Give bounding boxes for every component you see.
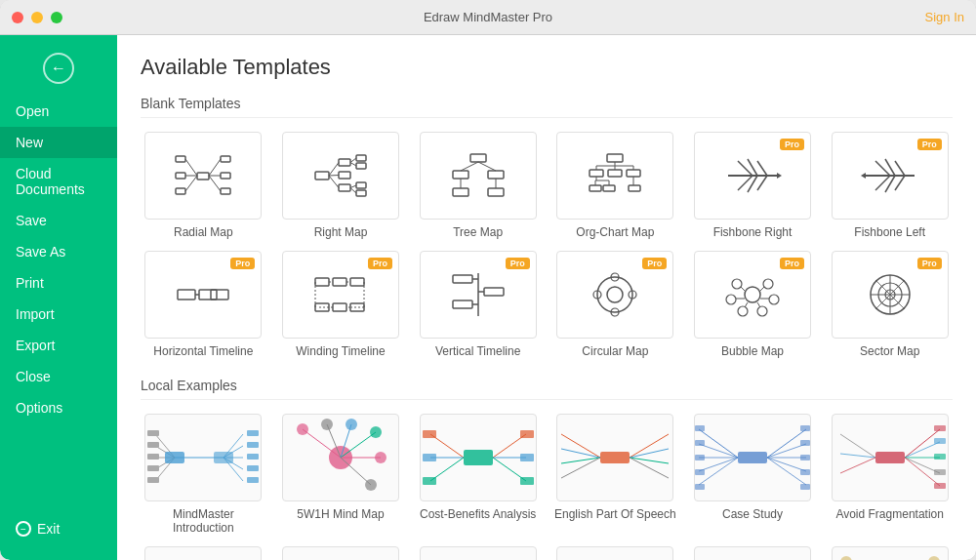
template-example-10[interactable] <box>552 546 678 560</box>
svg-point-98 <box>738 306 748 316</box>
svg-rect-125 <box>214 452 233 463</box>
example11-thumbnail <box>695 547 810 560</box>
template-right-map[interactable]: Right Map <box>278 132 404 239</box>
sidebar-item-options[interactable]: Options <box>0 392 117 423</box>
template-mindmaster-intro[interactable]: MindMaster Introduction <box>141 414 266 535</box>
svg-rect-183 <box>695 440 705 446</box>
sidebar-item-open[interactable]: Open <box>0 96 117 127</box>
template-fishbone-left[interactable]: Pro Fishbone Left <box>827 132 953 239</box>
main-area: ← Open New Cloud Documents Save Save As … <box>0 35 976 560</box>
english-pos-label: English Part Of Speech <box>554 507 676 521</box>
fishbone-right-icon <box>723 151 782 200</box>
sector-map-label: Sector Map <box>860 344 919 358</box>
svg-rect-5 <box>221 173 230 179</box>
sidebar-item-cloud[interactable]: Cloud Documents <box>0 158 117 205</box>
svg-line-57 <box>757 161 767 176</box>
svg-rect-76 <box>350 278 364 286</box>
sidebar-item-export[interactable]: Export <box>0 330 117 361</box>
svg-rect-19 <box>356 182 366 188</box>
svg-rect-79 <box>350 303 364 311</box>
svg-line-68 <box>895 176 905 190</box>
5w1h-thumbnail <box>283 415 398 500</box>
pro-badge-sector: Pro <box>917 258 942 269</box>
svg-rect-72 <box>211 290 228 300</box>
sidebar-item-save[interactable]: Save <box>0 205 117 236</box>
svg-rect-130 <box>147 477 159 483</box>
svg-point-95 <box>763 279 773 289</box>
minimize-button[interactable] <box>31 12 43 23</box>
template-winding-timeline[interactable]: Pro Winding Timeline <box>278 251 404 358</box>
fishbone-right-label: Fishbone Right <box>713 225 793 239</box>
template-radial-map[interactable]: Radial Map <box>141 132 266 239</box>
svg-line-164 <box>561 449 600 458</box>
template-circular-map[interactable]: Pro Circular Map <box>552 251 678 358</box>
template-vertical-timeline[interactable]: Pro Vertical Timeline <box>415 251 541 358</box>
exit-button[interactable]: − Exit <box>0 513 117 544</box>
svg-line-60 <box>757 176 767 190</box>
pro-badge-htimeline: Pro <box>230 258 255 269</box>
svg-rect-13 <box>315 172 329 180</box>
template-example-8[interactable] <box>278 546 404 560</box>
svg-line-100 <box>741 287 745 291</box>
template-tree-map[interactable]: Tree Map <box>415 132 541 239</box>
radial-map-label: Radial Map <box>174 225 233 239</box>
template-case-study[interactable]: Case Study <box>690 414 816 535</box>
pro-badge-fishleft: Pro <box>917 139 942 150</box>
template-avoid-fragmentation[interactable]: Avoid Fragmentation <box>827 414 953 535</box>
sidebar-item-saveas[interactable]: Save As <box>0 236 117 267</box>
svg-rect-16 <box>339 184 350 191</box>
mindmaster-intro-thumbnail <box>145 415 261 500</box>
template-example-7[interactable] <box>141 546 266 560</box>
svg-line-26 <box>350 185 356 188</box>
template-5w1h[interactable]: 5W1H Mind Map <box>278 414 404 535</box>
svg-rect-6 <box>221 188 230 194</box>
svg-rect-133 <box>247 454 259 460</box>
svg-point-96 <box>726 295 736 304</box>
back-button[interactable]: ← <box>0 45 117 96</box>
sidebar-item-import[interactable]: Import <box>0 299 117 330</box>
template-english-pos[interactable]: English Part Of Speech <box>552 414 678 535</box>
svg-rect-43 <box>629 185 640 191</box>
maximize-button[interactable] <box>51 12 62 23</box>
example8-thumbnail <box>283 547 398 560</box>
svg-point-87 <box>597 277 632 312</box>
svg-rect-18 <box>356 163 366 169</box>
template-example-11[interactable] <box>690 546 816 560</box>
example9-thumbnail <box>421 547 536 560</box>
sidebar-item-print[interactable]: Print <box>0 267 117 299</box>
winding-timeline-label: Winding Timeline <box>296 344 385 358</box>
radial-map-icon <box>174 151 232 200</box>
svg-marker-69 <box>861 173 866 179</box>
svg-point-93 <box>745 287 760 302</box>
sidebar-item-close[interactable]: Close <box>0 361 117 392</box>
svg-line-142 <box>341 458 371 485</box>
template-fishbone-right[interactable]: Pro Fishbone Right <box>690 132 816 239</box>
template-orgchart-map[interactable]: Org-Chart Map <box>552 132 678 239</box>
app-window: Edraw MindMaster Pro Sign In ← Open New … <box>0 0 976 560</box>
svg-rect-20 <box>356 190 366 196</box>
horizontal-timeline-icon <box>174 270 232 319</box>
template-horizontal-timeline[interactable]: Pro Horizontal Timeline <box>141 251 266 358</box>
svg-rect-188 <box>800 440 810 446</box>
template-sector-map[interactable]: Pro Sector Map <box>827 251 953 358</box>
template-example-12[interactable] <box>827 546 953 560</box>
close-button[interactable] <box>12 12 23 23</box>
svg-rect-0 <box>197 173 209 180</box>
template-example-9[interactable] <box>415 546 541 560</box>
svg-rect-160 <box>520 454 534 461</box>
sidebar-item-new[interactable]: New <box>0 127 117 158</box>
pro-badge-bubble: Pro <box>780 258 804 269</box>
signin-button[interactable]: Sign In <box>925 10 964 24</box>
template-cost-benefit[interactable]: Cost-Benefits Analysis <box>415 414 541 535</box>
svg-rect-135 <box>247 477 259 483</box>
example7-thumbnail <box>145 547 261 560</box>
svg-line-21 <box>329 163 339 177</box>
svg-rect-161 <box>520 477 534 485</box>
svg-rect-15 <box>339 172 350 179</box>
svg-point-143 <box>297 423 308 435</box>
svg-rect-201 <box>934 425 946 431</box>
sector-map-icon <box>861 270 919 319</box>
svg-rect-82 <box>484 288 504 296</box>
svg-rect-202 <box>934 438 946 444</box>
template-bubble-map[interactable]: Pro <box>690 251 816 358</box>
